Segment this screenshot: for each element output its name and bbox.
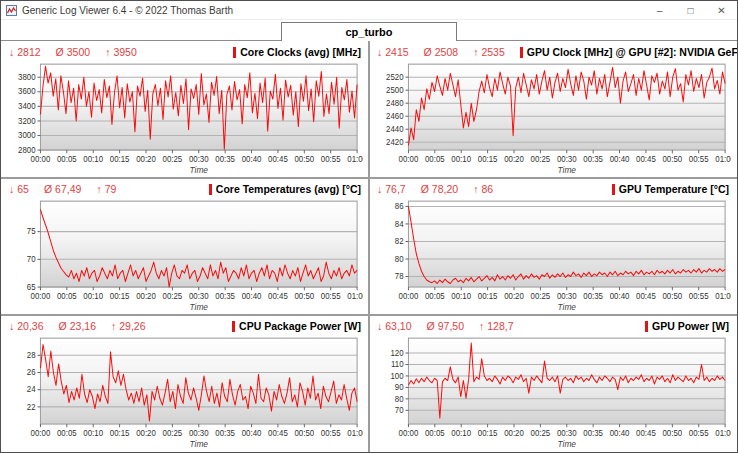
- close-button[interactable]: ✕: [706, 1, 737, 19]
- stat-max: ↑3950: [105, 46, 137, 58]
- svg-text:00:20: 00:20: [136, 155, 156, 164]
- max-arrow-icon: ↑: [473, 183, 478, 195]
- svg-text:00:00: 00:00: [31, 429, 51, 438]
- svg-text:Time: Time: [190, 439, 209, 449]
- min-arrow-icon: ↓: [9, 46, 14, 58]
- svg-text:00:45: 00:45: [268, 292, 288, 301]
- svg-text:2500: 2500: [386, 86, 404, 95]
- stat-max-value: 2535: [481, 46, 504, 58]
- svg-text:00:30: 00:30: [189, 429, 209, 438]
- stat-min: ↓2812: [9, 46, 41, 58]
- stat-min-value: 20,36: [17, 320, 43, 332]
- svg-text:00:50: 00:50: [294, 429, 314, 438]
- min-arrow-icon: ↓: [9, 183, 14, 195]
- svg-text:Time: Time: [558, 439, 577, 449]
- chart-title-text: Core Clocks (avg) [MHz]: [240, 46, 361, 58]
- minimize-button[interactable]: –: [644, 1, 675, 19]
- stat-min: ↓65: [9, 183, 29, 195]
- stat-max: ↑86: [473, 183, 493, 195]
- svg-text:00:05: 00:05: [425, 429, 445, 438]
- maximize-button[interactable]: □: [675, 1, 706, 19]
- svg-text:00:05: 00:05: [57, 155, 77, 164]
- svg-text:00:55: 00:55: [689, 292, 709, 301]
- svg-text:01:00: 01:00: [715, 155, 731, 164]
- svg-text:00:10: 00:10: [83, 292, 103, 301]
- svg-text:00:00: 00:00: [31, 155, 51, 164]
- svg-text:00:55: 00:55: [689, 155, 709, 164]
- legend-color-bar-icon: [232, 321, 235, 332]
- max-arrow-icon: ↑: [479, 320, 484, 332]
- svg-text:01:00: 01:00: [347, 155, 363, 164]
- svg-text:00:15: 00:15: [110, 155, 130, 164]
- avg-symbol-icon: Ø: [59, 320, 67, 332]
- svg-text:00:20: 00:20: [136, 429, 156, 438]
- svg-text:00:35: 00:35: [583, 429, 603, 438]
- svg-text:00:35: 00:35: [215, 429, 235, 438]
- chart-panel-3: ↓76,7 Ø78,20 ↑86 GPU Temperature [°C] 78…: [369, 178, 737, 315]
- svg-text:00:40: 00:40: [610, 155, 630, 164]
- svg-text:00:25: 00:25: [163, 292, 183, 301]
- svg-text:84: 84: [395, 219, 404, 228]
- stat-avg: Ø2508: [424, 46, 459, 58]
- chart-title: Core Clocks (avg) [MHz]: [233, 46, 361, 58]
- svg-text:00:20: 00:20: [136, 292, 156, 301]
- svg-text:2420: 2420: [386, 138, 404, 147]
- max-arrow-icon: ↑: [96, 183, 101, 195]
- svg-text:00:50: 00:50: [294, 292, 314, 301]
- chart-header: ↓76,7 Ø78,20 ↑86 GPU Temperature [°C]: [375, 181, 731, 197]
- stat-min: ↓20,36: [9, 320, 44, 332]
- chart-panel-5: ↓63,10 Ø97,50 ↑128,7 GPU Power [W] 70809…: [369, 315, 737, 452]
- stat-avg: Ø78,20: [421, 183, 458, 195]
- tab-cp-turbo[interactable]: cp_turbo: [281, 22, 457, 42]
- svg-text:3600: 3600: [18, 87, 36, 96]
- svg-text:110: 110: [391, 360, 404, 369]
- svg-text:00:00: 00:00: [31, 292, 51, 301]
- svg-text:01:00: 01:00: [715, 292, 731, 301]
- svg-text:2460: 2460: [386, 112, 404, 121]
- avg-symbol-icon: Ø: [44, 183, 52, 195]
- svg-text:Time: Time: [558, 165, 577, 175]
- svg-text:01:00: 01:00: [347, 292, 363, 301]
- svg-text:24: 24: [27, 385, 36, 394]
- svg-text:00:30: 00:30: [557, 155, 577, 164]
- svg-text:00:30: 00:30: [557, 429, 577, 438]
- chart-title-text: GPU Temperature [°C]: [619, 183, 729, 195]
- svg-text:120: 120: [390, 349, 404, 358]
- svg-text:70: 70: [27, 255, 36, 264]
- svg-text:00:45: 00:45: [268, 155, 288, 164]
- stat-min-value: 65: [17, 183, 29, 195]
- stat-avg-value: 67,49: [55, 183, 81, 195]
- svg-text:00:00: 00:00: [399, 292, 419, 301]
- svg-text:00:20: 00:20: [504, 429, 524, 438]
- svg-text:00:10: 00:10: [83, 155, 103, 164]
- svg-text:00:15: 00:15: [478, 429, 498, 438]
- line-chart: 65707500:0000:0500:1000:1500:2000:2500:3…: [7, 197, 363, 315]
- panel-divider-vertical: [368, 41, 370, 452]
- legend-color-bar-icon: [645, 321, 648, 332]
- svg-text:65: 65: [27, 283, 36, 292]
- min-arrow-icon: ↓: [9, 320, 14, 332]
- app-window: Generic Log Viewer 6.4 - © 2022 Thomas B…: [0, 0, 738, 453]
- min-arrow-icon: ↓: [377, 46, 382, 58]
- svg-text:00:40: 00:40: [610, 429, 630, 438]
- chart-header: ↓2415 Ø2508 ↑2535 GPU Clock [MHz] @ GPU …: [375, 44, 731, 60]
- svg-text:2440: 2440: [386, 125, 404, 134]
- stat-min: ↓76,7: [377, 183, 406, 195]
- chart-stats: ↓65 Ø67,49 ↑79: [9, 183, 131, 195]
- svg-text:2480: 2480: [386, 99, 404, 108]
- svg-text:100: 100: [390, 371, 404, 380]
- chart-title: GPU Temperature [°C]: [612, 183, 729, 195]
- stat-avg: Ø67,49: [44, 183, 81, 195]
- tab-strip: cp_turbo: [1, 20, 737, 41]
- chart-stats: ↓76,7 Ø78,20 ↑86: [377, 183, 508, 195]
- svg-text:Time: Time: [190, 302, 209, 312]
- svg-text:00:40: 00:40: [242, 292, 262, 301]
- svg-text:Time: Time: [558, 302, 577, 312]
- svg-text:86: 86: [395, 202, 404, 211]
- chart-panel-1: ↓2415 Ø2508 ↑2535 GPU Clock [MHz] @ GPU …: [369, 41, 737, 178]
- stat-avg-value: 23,16: [70, 320, 96, 332]
- stat-avg: Ø97,50: [427, 320, 464, 332]
- chart-panel-2: ↓65 Ø67,49 ↑79 Core Temperatures (avg) […: [1, 178, 369, 315]
- svg-text:00:10: 00:10: [451, 429, 471, 438]
- svg-text:Time: Time: [190, 165, 209, 175]
